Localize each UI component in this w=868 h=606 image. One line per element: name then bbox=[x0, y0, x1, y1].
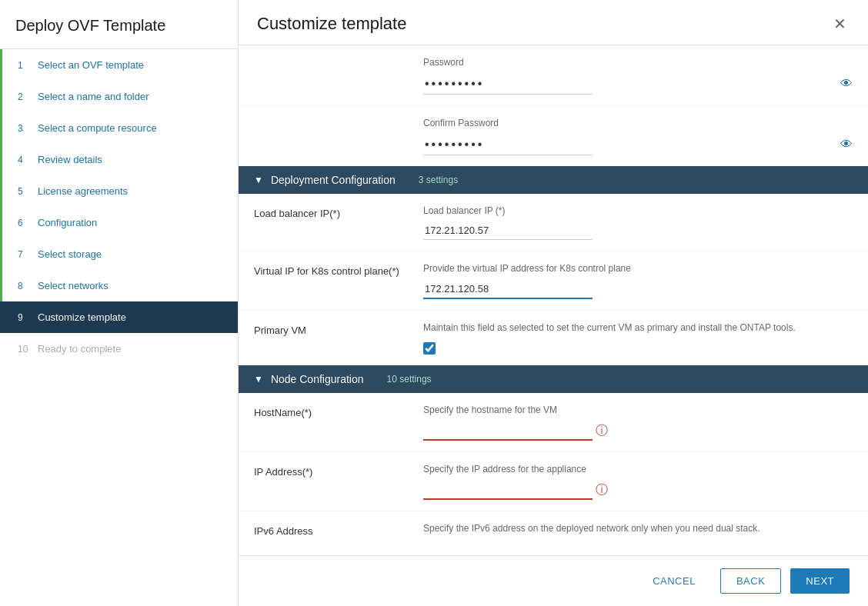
ip-address-row: IP Address(*) Specify the IP address for… bbox=[239, 452, 868, 511]
step-label-8: Select networks bbox=[38, 280, 108, 291]
confirm-password-field-row: Confirm Password 👁 bbox=[239, 106, 868, 166]
sidebar-step-5[interactable]: 5 License agreements bbox=[0, 175, 238, 207]
sidebar-step-8[interactable]: 8 Select networks bbox=[0, 270, 238, 301]
node-config-header: ▼ Node Configuration 10 settings bbox=[239, 365, 868, 393]
primary-vm-row: Primary VM Maintain this field as select… bbox=[239, 311, 868, 365]
hostname-label: HostName(*) bbox=[254, 404, 408, 418]
ipv6-address-label: IPv6 Address bbox=[254, 522, 408, 537]
ip-address-input-wrap: ⓘ bbox=[423, 481, 853, 500]
primary-vm-label: Primary VM bbox=[254, 321, 408, 336]
password-eye-icon[interactable]: 👁 bbox=[840, 77, 853, 91]
hostname-input-container bbox=[423, 421, 593, 441]
password-right: Password 👁 bbox=[423, 56, 853, 95]
load-balancer-ip-label: Load balancer IP(*) bbox=[254, 205, 408, 219]
load-balancer-ip-right: Load balancer IP (*) bbox=[423, 205, 853, 241]
sidebar-step-3[interactable]: 3 Select a compute resource bbox=[0, 112, 238, 144]
step-label-9: Customize template bbox=[38, 311, 126, 323]
close-button[interactable]: ✕ bbox=[830, 16, 850, 32]
app-title: Deploy OVF Template bbox=[0, 0, 238, 49]
load-balancer-ip-input-container bbox=[423, 221, 593, 240]
ipv6-address-input-container bbox=[423, 539, 593, 555]
ip-address-desc: Specify the IP address for the appliance bbox=[423, 463, 853, 476]
next-button[interactable]: NEXT bbox=[790, 568, 850, 594]
hostname-right: Specify the hostname for the VM ⓘ bbox=[423, 404, 853, 441]
footer: CANCEL BACK NEXT bbox=[239, 555, 868, 606]
sidebar-step-10: 10 Ready to complete bbox=[0, 333, 238, 365]
main-panel: Customize template ✕ Password 👁 bbox=[239, 0, 868, 606]
virtual-ip-k8s-input[interactable] bbox=[423, 280, 593, 299]
step-label-6: Configuration bbox=[38, 217, 97, 228]
hostname-input-wrap: ⓘ bbox=[423, 421, 853, 441]
steps-list: 1 Select an OVF template 2 Select a name… bbox=[0, 49, 238, 606]
page-title: Customize template bbox=[257, 14, 406, 34]
back-button[interactable]: BACK bbox=[720, 568, 781, 594]
cancel-button[interactable]: CANCEL bbox=[637, 568, 711, 594]
step-label-7: Select storage bbox=[38, 248, 102, 260]
ip-address-right: Specify the IP address for the appliance… bbox=[423, 463, 853, 500]
ipv6-address-row: IPv6 Address Specify the IPv6 address on… bbox=[239, 511, 868, 555]
step-label-5: License agreements bbox=[38, 185, 128, 197]
ipv6-address-desc: Specify the IPv6 address on the deployed… bbox=[423, 522, 853, 535]
content-area: Password 👁 Confirm Password bbox=[239, 45, 868, 555]
step-label-3: Select a compute resource bbox=[38, 122, 157, 134]
virtual-ip-k8s-row: Virtual IP for K8s control plane(*) Prov… bbox=[239, 251, 868, 311]
deployment-config-section: ▼ Deployment Configuration 3 settings Lo… bbox=[239, 166, 868, 365]
deployment-config-title: Deployment Configuration bbox=[271, 174, 396, 186]
step-num-1: 1 bbox=[18, 60, 30, 71]
primary-vm-checkbox-wrap bbox=[423, 342, 853, 355]
hostname-input[interactable] bbox=[423, 421, 593, 441]
ip-address-label: IP Address(*) bbox=[254, 463, 408, 478]
node-config-section: ▼ Node Configuration 10 settings HostNam… bbox=[239, 365, 868, 555]
confirm-password-input[interactable] bbox=[423, 135, 593, 155]
virtual-ip-k8s-desc: Provide the virtual IP address for K8s c… bbox=[423, 262, 853, 275]
step-num-7: 7 bbox=[18, 249, 30, 260]
step-num-4: 4 bbox=[18, 155, 30, 165]
deployment-config-header: ▼ Deployment Configuration 3 settings bbox=[239, 166, 868, 194]
node-config-chevron[interactable]: ▼ bbox=[254, 374, 263, 385]
sidebar-step-4[interactable]: 4 Review details bbox=[0, 144, 238, 175]
virtual-ip-k8s-right: Provide the virtual IP address for K8s c… bbox=[423, 262, 853, 299]
sidebar-step-9[interactable]: 9 Customize template bbox=[0, 301, 238, 333]
load-balancer-ip-desc: Load balancer IP (*) bbox=[423, 205, 853, 218]
password-input-wrap: 👁 bbox=[423, 74, 853, 95]
step-num-8: 8 bbox=[18, 281, 30, 291]
step-label-4: Review details bbox=[38, 154, 102, 165]
confirm-password-right: Confirm Password 👁 bbox=[423, 117, 853, 155]
step-num-9: 9 bbox=[18, 312, 30, 323]
main-header: Customize template ✕ bbox=[239, 0, 868, 45]
load-balancer-ip-input[interactable] bbox=[423, 221, 593, 240]
ip-address-input[interactable] bbox=[423, 481, 593, 500]
step-num-2: 2 bbox=[18, 92, 30, 102]
node-config-count: 10 settings bbox=[387, 374, 432, 385]
password-field-row: Password 👁 bbox=[239, 45, 868, 106]
primary-vm-right: Maintain this field as selected to set t… bbox=[423, 321, 853, 355]
confirm-password-input-wrap: 👁 bbox=[423, 135, 853, 155]
ip-address-input-container bbox=[423, 481, 593, 500]
step-num-5: 5 bbox=[18, 186, 30, 197]
sidebar-step-7[interactable]: 7 Select storage bbox=[0, 238, 238, 270]
step-label-1: Select an OVF template bbox=[38, 59, 144, 71]
hostname-row: HostName(*) Specify the hostname for the… bbox=[239, 393, 868, 452]
node-config-title: Node Configuration bbox=[271, 373, 364, 385]
maintenance-password-section: Password 👁 Confirm Password bbox=[239, 45, 868, 166]
step-label-2: Select a name and folder bbox=[38, 91, 149, 102]
confirm-password-eye-icon[interactable]: 👁 bbox=[840, 138, 853, 152]
ipv6-address-input[interactable] bbox=[423, 539, 593, 555]
confirm-password-input-container bbox=[423, 135, 593, 155]
confirm-password-label bbox=[254, 117, 408, 120]
hostname-error-icon: ⓘ bbox=[596, 423, 608, 439]
password-desc: Password bbox=[423, 56, 853, 69]
primary-vm-desc: Maintain this field as selected to set t… bbox=[423, 321, 853, 335]
sidebar-step-2[interactable]: 2 Select a name and folder bbox=[0, 81, 238, 112]
password-input[interactable] bbox=[423, 74, 593, 95]
deployment-config-chevron[interactable]: ▼ bbox=[254, 175, 263, 185]
virtual-ip-k8s-input-container bbox=[423, 280, 593, 299]
load-balancer-ip-row: Load balancer IP(*) Load balancer IP (*) bbox=[239, 194, 868, 252]
sidebar-step-1[interactable]: 1 Select an OVF template bbox=[0, 49, 238, 81]
sidebar: Deploy OVF Template 1 Select an OVF temp… bbox=[0, 0, 239, 606]
ip-address-error-icon: ⓘ bbox=[596, 482, 608, 498]
hostname-desc: Specify the hostname for the VM bbox=[423, 404, 853, 417]
sidebar-step-6[interactable]: 6 Configuration bbox=[0, 207, 238, 238]
password-input-container bbox=[423, 74, 593, 95]
primary-vm-checkbox[interactable] bbox=[423, 342, 436, 355]
